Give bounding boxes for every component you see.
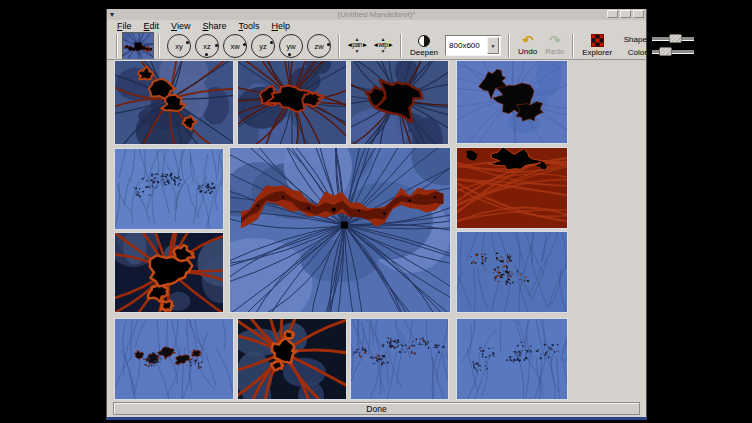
- explorer-label: Explorer: [582, 48, 612, 57]
- shape-label: Shape:: [618, 35, 649, 44]
- warp-spinner[interactable]: ▲ ◄wrp► ▼: [371, 37, 395, 54]
- slider-group: Shape: 61.3 Color: 11.8: [618, 35, 717, 57]
- redo-label: Redo: [545, 47, 564, 56]
- color-slider[interactable]: [652, 50, 694, 54]
- maximize-button[interactable]: [620, 10, 631, 18]
- fractal-preview-thumbnail[interactable]: [122, 32, 154, 60]
- status-bar: Done: [113, 402, 640, 415]
- menu-tools[interactable]: Tools: [232, 21, 265, 32]
- color-label: Color:: [618, 48, 649, 57]
- toolbar: xyxzxwyzywzw ▲ ◄pan► ▼ ▲ ◄wrp► ▼ Deepen …: [107, 32, 646, 59]
- shape-slider[interactable]: [652, 37, 694, 41]
- chevron-down-icon[interactable]: ▼: [487, 37, 499, 54]
- shape-slider-row: Shape: 61.3: [618, 35, 717, 44]
- menu-help[interactable]: Help: [265, 21, 296, 32]
- menu-bar: FileEditViewShareToolsHelp: [107, 20, 646, 32]
- explorer-checker-icon: [591, 34, 604, 47]
- dial-marker-dot: [327, 43, 330, 46]
- toolbar-separator: [158, 34, 160, 58]
- redo-button[interactable]: ↷ Redo: [545, 35, 564, 56]
- dial-marker-dot: [205, 53, 208, 56]
- toolbar-separator: [338, 34, 340, 58]
- rotation-dials: xyxzxwyzywzw: [167, 34, 331, 58]
- toolbar-separator: [508, 34, 510, 58]
- deepen-label: Deepen: [410, 48, 438, 57]
- fractal-variant-r2c1[interactable]: [114, 148, 224, 230]
- undo-arrow-icon: ↶: [522, 35, 533, 46]
- pan-spinner[interactable]: ▲ ◄pan► ▼: [345, 37, 369, 54]
- half-moon-icon: [418, 35, 430, 47]
- fractal-variant-r3c1[interactable]: [114, 232, 224, 313]
- rotation-dial-xy[interactable]: xy: [167, 34, 191, 58]
- fractal-variant-r4c4[interactable]: [456, 318, 568, 400]
- menu-file[interactable]: File: [111, 21, 138, 32]
- deepen-button[interactable]: Deepen: [410, 35, 438, 57]
- color-slider-row: Color: 11.8: [618, 48, 717, 57]
- toolbar-grip: [116, 34, 118, 58]
- rotation-dial-xz[interactable]: xz: [195, 34, 219, 58]
- fractal-variant-r2c4[interactable]: [456, 147, 568, 229]
- close-button[interactable]: [633, 10, 644, 18]
- image-size-value: 800x600: [446, 41, 487, 50]
- rotation-dial-xw[interactable]: xw: [223, 34, 247, 58]
- fractal-variant-r3c4[interactable]: [456, 231, 568, 313]
- window-title: (Untitled Mandelbrot)*: [147, 10, 606, 19]
- color-slider-handle[interactable]: [659, 47, 672, 56]
- toolbar-separator: [572, 34, 574, 58]
- toolbar-separator: [400, 34, 402, 58]
- menu-view[interactable]: View: [165, 21, 196, 32]
- explorer-button[interactable]: Explorer: [582, 34, 612, 57]
- menu-share[interactable]: Share: [196, 21, 232, 32]
- menu-edit[interactable]: Edit: [138, 21, 166, 32]
- fractal-variant-r4c3[interactable]: [350, 318, 449, 400]
- rotation-dial-yw[interactable]: yw: [279, 34, 303, 58]
- rotation-dial-yz[interactable]: yz: [251, 34, 275, 58]
- image-size-select[interactable]: 800x600 ▼: [445, 35, 501, 56]
- rotation-dial-zw[interactable]: zw: [307, 34, 331, 58]
- dial-marker-dot: [215, 44, 218, 47]
- window-controls: [607, 10, 644, 18]
- color-value: 11.8: [697, 48, 717, 57]
- minimize-button[interactable]: [607, 10, 618, 18]
- fractal-current-center[interactable]: [229, 147, 451, 313]
- fractal-variant-r1c2[interactable]: [237, 60, 347, 145]
- undo-button[interactable]: ↶ Undo: [518, 35, 537, 56]
- dial-label: yw: [280, 41, 302, 50]
- shape-slider-handle[interactable]: [669, 34, 682, 43]
- fractal-variant-r4c1[interactable]: [114, 318, 234, 400]
- status-text: Done: [366, 404, 386, 414]
- app-window: ▾ (Untitled Mandelbrot)* FileEditViewSha…: [106, 9, 647, 420]
- warp-down-arrow-icon[interactable]: ▼: [381, 49, 386, 54]
- pan-down-arrow-icon[interactable]: ▼: [355, 49, 360, 54]
- undo-label: Undo: [518, 47, 537, 56]
- window-menu-icon[interactable]: ▾: [110, 10, 114, 19]
- redo-arrow-icon: ↷: [549, 35, 560, 46]
- fractal-variant-r4c2[interactable]: [237, 318, 347, 400]
- fractal-variant-r1c4[interactable]: [456, 60, 568, 144]
- desktop-background: ▾ (Untitled Mandelbrot)* FileEditViewSha…: [0, 0, 752, 423]
- fractal-variant-r1c3[interactable]: [350, 60, 449, 145]
- dial-marker-dot: [288, 53, 291, 56]
- shape-value: 61.3: [697, 35, 717, 44]
- fractal-variant-r1c1[interactable]: [114, 60, 234, 145]
